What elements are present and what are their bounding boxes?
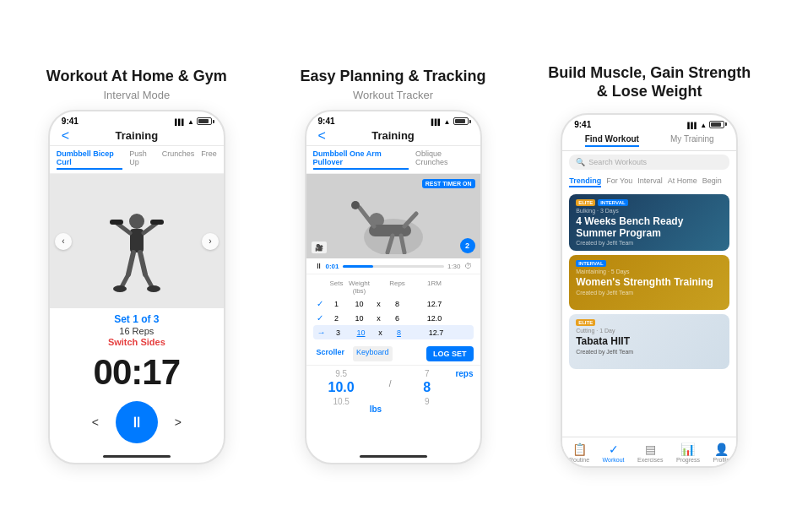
check-1: ✓ bbox=[313, 299, 327, 308]
tab-pushup[interactable]: Push Up bbox=[129, 149, 155, 170]
nav-item-progress[interactable]: 📊 Progress bbox=[676, 442, 700, 463]
nav-item-workout[interactable]: ✓ Workout bbox=[603, 442, 625, 463]
play-controls-1: < ⏸ > bbox=[50, 396, 224, 452]
reps-3[interactable]: 8 bbox=[388, 328, 411, 337]
prev-set-btn[interactable]: < bbox=[92, 415, 99, 429]
rest-timer-badge: REST TIMER ON bbox=[422, 179, 475, 188]
cat-interval[interactable]: Interval bbox=[637, 176, 663, 187]
nav-item-profile[interactable]: 👤 Profile bbox=[713, 442, 730, 463]
back-button-1[interactable]: < bbox=[62, 128, 69, 144]
tab-oblique[interactable]: Oblique Crunches bbox=[415, 149, 474, 170]
cat-athome[interactable]: At Home bbox=[668, 176, 697, 187]
prev-exercise-btn[interactable]: ‹ bbox=[55, 233, 72, 250]
pause-button[interactable]: ⏸ bbox=[116, 401, 158, 443]
switch-sides-label: Switch Sides bbox=[50, 337, 224, 347]
reps-scroller[interactable]: 7 8 9 bbox=[398, 369, 455, 448]
battery-icon bbox=[197, 117, 212, 125]
back-button-2[interactable]: < bbox=[318, 128, 326, 144]
section1-subtitle: Interval Mode bbox=[103, 89, 170, 101]
reps-val-high: 9 bbox=[425, 397, 430, 406]
video-figure-svg bbox=[339, 178, 448, 254]
tab-bicep-curl[interactable]: Dumbbell Bicep Curl bbox=[57, 149, 122, 170]
nav-title-2: Training bbox=[371, 129, 415, 142]
keyboard-btn[interactable]: Keyboard bbox=[353, 346, 393, 361]
next-exercise-btn[interactable]: › bbox=[202, 233, 219, 250]
nav-item-routine[interactable]: 📋 Routine bbox=[569, 442, 589, 463]
set-num-1: 1 bbox=[328, 300, 345, 308]
scroller-area: 9.5 10.0 10.5 lbs / 7 8 9 reps bbox=[306, 366, 480, 452]
battery-icon-2 bbox=[453, 117, 469, 125]
signal-icon bbox=[175, 117, 185, 126]
phone2-nav: < Training bbox=[306, 128, 480, 146]
wifi-icon-3 bbox=[700, 120, 707, 129]
nav-label-routine: Routine bbox=[569, 457, 589, 463]
divider: / bbox=[389, 369, 392, 388]
svg-point-16 bbox=[351, 201, 360, 209]
pause-icon: ⏸ bbox=[129, 414, 144, 432]
orm-1: 12.7 bbox=[423, 300, 447, 308]
svg-line-8 bbox=[140, 252, 145, 274]
unit-lbs: lbs bbox=[370, 369, 382, 448]
nav-label-exercises: Exercises bbox=[637, 457, 663, 463]
cat-begin[interactable]: Begin bbox=[702, 176, 722, 187]
x-3: x bbox=[376, 328, 386, 337]
pause-icon-2[interactable]: ⏸ bbox=[315, 262, 323, 270]
section2-subtitle: Workout Tracker bbox=[353, 89, 433, 101]
set-num-3: 3 bbox=[330, 328, 347, 337]
sets-header: Sets Weight (lbs) Reps 1RM bbox=[313, 278, 474, 296]
signal-icon-3 bbox=[687, 120, 697, 129]
tab-free[interactable]: Free bbox=[201, 149, 217, 170]
card-content-3: ELITE Cutting · 1 Day Tabata HIIT Create… bbox=[569, 314, 729, 369]
time-progress-bar bbox=[343, 265, 444, 268]
orm-3: 12.7 bbox=[425, 328, 448, 337]
workout-card-3[interactable]: ELITE Cutting · 1 Day Tabata HIIT Create… bbox=[569, 314, 729, 369]
workout-card-1[interactable]: ELITE INTERVAL Bulking · 3 Days 4 Weeks … bbox=[569, 194, 729, 252]
exercise-image-1: ‹ › bbox=[50, 174, 224, 308]
workout-icon: ✓ bbox=[609, 442, 619, 456]
home-indicator-2 bbox=[360, 455, 427, 458]
weight-1: 10 bbox=[347, 300, 372, 308]
profile-icon: 👤 bbox=[714, 442, 729, 456]
arrow-3: → bbox=[315, 328, 328, 337]
svg-line-9 bbox=[145, 274, 152, 287]
next-set-btn[interactable]: > bbox=[175, 415, 182, 429]
table-row: ✓ 2 10 x 6 12.0 bbox=[313, 311, 474, 325]
badge-elite-3: ELITE bbox=[576, 319, 595, 326]
progress-icon: 📊 bbox=[680, 442, 695, 456]
clock-icon: ⏱ bbox=[464, 262, 472, 270]
workout-card-2[interactable]: INTERVAL Maintaining · 5 Days Women's St… bbox=[569, 255, 729, 310]
search-bar-3[interactable]: 🔍 Search Workouts bbox=[569, 155, 729, 170]
tab-pullover[interactable]: Dumbbell One Arm Pullover bbox=[313, 149, 409, 170]
set-number-badge: 2 bbox=[460, 238, 475, 253]
card-content-1: ELITE INTERVAL Bulking · 3 Days 4 Weeks … bbox=[569, 194, 729, 252]
cat-trending[interactable]: Trending bbox=[569, 176, 601, 187]
cat-foryou[interactable]: For You bbox=[606, 176, 632, 187]
card-badges-1: ELITE INTERVAL bbox=[576, 199, 723, 206]
search-icon: 🔍 bbox=[576, 158, 585, 166]
bottom-nav: 📋 Routine ✓ Workout ▤ Exercises 📊 Progre… bbox=[562, 437, 736, 466]
set-reps-1: 16 Reps bbox=[50, 326, 224, 336]
weight-val-high: 10.5 bbox=[333, 397, 349, 406]
video-icon[interactable]: 🎥 bbox=[312, 242, 327, 253]
workout-cards: ELITE INTERVAL Bulking · 3 Days 4 Weeks … bbox=[562, 191, 736, 437]
table-row: ✓ 1 10 x 8 12.7 bbox=[313, 296, 474, 311]
scroller-btn[interactable]: Scroller bbox=[313, 346, 349, 361]
reps-1: 8 bbox=[386, 300, 409, 308]
section3-title: Build Muscle, Gain Strength& Lose Weight bbox=[548, 64, 751, 100]
nav-title-1: Training bbox=[116, 129, 159, 142]
nav-item-exercises[interactable]: ▤ Exercises bbox=[637, 442, 663, 463]
weight-scroller[interactable]: 9.5 10.0 10.5 bbox=[313, 369, 370, 448]
status-icons-3 bbox=[687, 120, 724, 129]
search-placeholder: Search Workouts bbox=[588, 158, 647, 166]
card-badges-3: ELITE bbox=[576, 319, 723, 326]
tab-crunches[interactable]: Crunches bbox=[162, 149, 195, 170]
log-set-button[interactable]: LOG SET bbox=[426, 346, 474, 361]
tab-my-training[interactable]: My Training bbox=[670, 134, 714, 147]
weight-3[interactable]: 10 bbox=[349, 328, 374, 337]
card-creator-2: Created by Jefit Team bbox=[576, 290, 723, 296]
exercise-tabs-2: Dumbbell One Arm Pullover Oblique Crunch… bbox=[306, 146, 480, 174]
battery-icon-3 bbox=[709, 121, 724, 128]
svg-rect-1 bbox=[130, 229, 144, 252]
time-total: 1:30 bbox=[447, 263, 461, 270]
tab-find-workout[interactable]: Find Workout bbox=[585, 134, 639, 147]
